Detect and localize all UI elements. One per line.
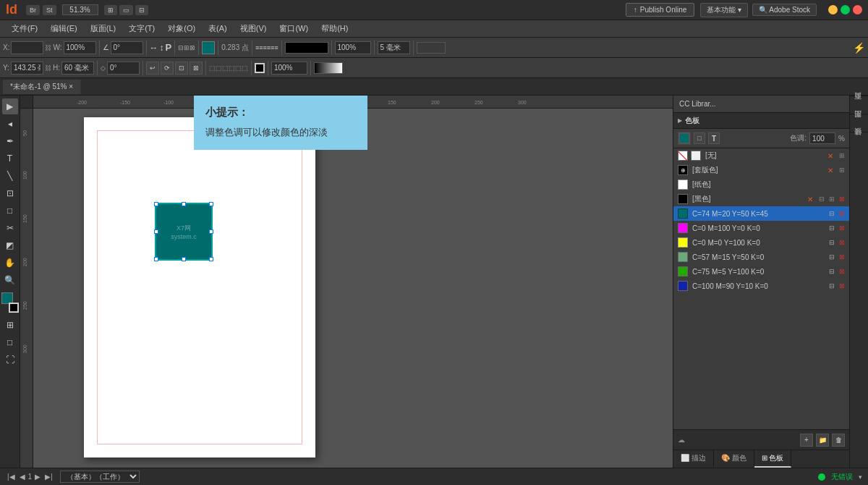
reg-grid-icon[interactable]: ⊞ — [839, 166, 845, 174]
swatch-row-magenta[interactable]: C=0 M=100 Y=0 K=0 ⊟ ⊠ — [673, 221, 849, 235]
zoom-tool[interactable]: 🔍 — [2, 272, 18, 288]
none-grid-icon[interactable]: ⊞ — [839, 152, 845, 159]
view-mode-3[interactable]: ⊟ — [135, 5, 148, 15]
menu-view[interactable]: 视图(V) — [234, 22, 273, 35]
yellow-grid2[interactable]: ⊠ — [839, 239, 845, 246]
selection-tool[interactable]: ▶ — [2, 98, 18, 114]
swatch-tab[interactable]: ⊞ 色板 — [754, 450, 792, 468]
menu-window[interactable]: 窗口(W) — [273, 22, 314, 35]
magenta-grid1[interactable]: ⊟ — [829, 224, 835, 232]
fit-btn[interactable]: ⊡ — [175, 62, 188, 75]
preview-mode-btn[interactable]: ⊞ — [2, 317, 18, 333]
lightning-button[interactable]: ⚡ — [853, 42, 865, 54]
swatch-row-registration[interactable]: ⊕ [套版色] ✕ ⊞ — [673, 163, 849, 177]
swatch-row-darkblue[interactable]: C=100 M=90 Y=10 K=0 ⊟ ⊠ — [673, 279, 849, 293]
next-page-btn[interactable]: ▶ — [33, 473, 42, 481]
tint-input[interactable] — [809, 132, 835, 144]
opacity-input[interactable] — [335, 41, 371, 54]
workspace-mode-select[interactable]: （基本）（工作） — [60, 471, 140, 483]
opacity2-input[interactable] — [271, 62, 307, 75]
publish-online-button[interactable]: ↑ Publish Online — [626, 3, 694, 17]
teal-grid1[interactable]: ⊟ — [829, 210, 835, 217]
first-page-btn[interactable]: |◀ — [6, 473, 17, 481]
teal-grid2[interactable]: ⊠ — [839, 210, 845, 217]
last-page-btn[interactable]: ▶| — [43, 473, 54, 481]
workspace-selector[interactable]: 基本功能 ▾ — [700, 3, 748, 17]
black-grid2[interactable]: ⊞ — [829, 195, 835, 203]
handle-top-left[interactable] — [154, 202, 158, 206]
swatch-row-black[interactable]: [黑色] ✕ ⊟ ⊞ ⊠ — [673, 192, 849, 206]
swatch-mode-none[interactable]: □ — [694, 132, 705, 144]
swatch-row-paper[interactable]: [纸色] — [673, 177, 849, 192]
swatch-row-teal[interactable]: C=74 M=20 Y=50 K=45 ⊟ ⊠ — [673, 206, 849, 221]
darkblue-grid2[interactable]: ⊠ — [839, 282, 845, 290]
pen-tool[interactable]: ✒ — [2, 133, 18, 149]
handle-middle-right[interactable] — [209, 229, 213, 234]
swatch-row-mint[interactable]: C=57 M=15 Y=50 K=0 ⊟ ⊠ — [673, 250, 849, 264]
relink2-btn[interactable]: ⟳ — [161, 62, 174, 75]
black-grid3[interactable]: ⊠ — [839, 195, 845, 203]
canvas-area[interactable]: -200 -150 -100 -50 0 50 100 150 200 250 … — [20, 96, 673, 468]
scissors-tool[interactable]: ✂ — [2, 220, 18, 236]
menu-layout[interactable]: 版面(L) — [85, 22, 122, 35]
mint-grid2[interactable]: ⊠ — [839, 253, 845, 261]
snap-input[interactable] — [378, 41, 410, 54]
view-mode-1[interactable]: ⊞ — [104, 5, 117, 15]
prev-page-btn[interactable]: ◀ — [18, 473, 27, 481]
swatch-row-green[interactable]: C=75 M=5 Y=100 K=0 ⊟ ⊠ — [673, 264, 849, 279]
close-button[interactable] — [853, 5, 862, 14]
document-tab[interactable]: *未命名-1 @ 51% × — [3, 80, 81, 94]
green-grid1[interactable]: ⊟ — [829, 268, 835, 275]
h-input[interactable] — [61, 62, 94, 75]
layers-tab[interactable]: 图层 — [850, 114, 868, 132]
direct-selection-tool[interactable]: ◂ — [2, 116, 18, 132]
view-mode-2[interactable]: ▭ — [119, 5, 133, 15]
handle-middle-left[interactable] — [154, 229, 158, 234]
gradient-tool[interactable]: ◩ — [2, 237, 18, 253]
stroke-indicator[interactable] — [9, 303, 19, 313]
chain-icon[interactable]: ⛓ — [45, 44, 51, 51]
line-tool[interactable]: ╲ — [2, 168, 18, 184]
normal-mode-btn[interactable]: □ — [2, 334, 18, 350]
menu-table[interactable]: 表(A) — [203, 22, 233, 35]
color-panel-header[interactable]: ▶ 色板 — [673, 113, 849, 129]
w-input[interactable] — [64, 41, 96, 54]
shear-input[interactable] — [107, 62, 140, 75]
error-dropdown-btn[interactable]: ▾ — [859, 473, 862, 481]
yellow-grid1[interactable]: ⊟ — [829, 239, 835, 246]
x-input[interactable] — [11, 41, 43, 54]
rotate-input[interactable] — [111, 41, 143, 54]
relink-btn[interactable]: ↩ — [146, 62, 159, 75]
folder-swatch-btn[interactable]: 📁 — [816, 434, 829, 447]
stroke-tab[interactable]: ⬜ 描边 — [673, 450, 714, 468]
stock-btn[interactable]: St — [43, 5, 56, 15]
zoom-input[interactable] — [62, 4, 98, 15]
y-input[interactable] — [11, 62, 43, 75]
rect-tool[interactable]: □ — [2, 203, 18, 219]
color-tab[interactable]: 🎨 颜色 — [714, 450, 754, 468]
swatch-mode-text[interactable]: T — [708, 132, 720, 144]
minimize-button[interactable] — [828, 5, 838, 14]
handle-top-right[interactable] — [209, 202, 213, 206]
cc-libraries-tab[interactable]: CC Librar... — [673, 96, 849, 113]
handle-bottom-right[interactable] — [209, 257, 213, 261]
black-grid1[interactable]: ⊟ — [819, 195, 825, 203]
swatch-row-none[interactable]: [无] ✕ ⊞ — [673, 148, 849, 163]
fill-color-preview[interactable] — [202, 41, 215, 54]
mint-grid1[interactable]: ⊟ — [829, 253, 835, 261]
hand-tool[interactable]: ✋ — [2, 255, 18, 271]
handle-bottom-left[interactable] — [154, 257, 158, 261]
handle-bottom-middle[interactable] — [182, 257, 186, 261]
menu-file[interactable]: 文件(F) — [6, 22, 43, 35]
swatch-thumbnail[interactable] — [678, 132, 691, 145]
menu-object[interactable]: 对象(O) — [162, 22, 201, 35]
rect-frame-tool[interactable]: ⊡ — [2, 185, 18, 201]
text-tool[interactable]: T — [2, 151, 18, 166]
green-grid2[interactable]: ⊠ — [839, 268, 845, 275]
links-tab[interactable]: 链接 — [850, 132, 868, 150]
delete-swatch-btn[interactable]: 🗑 — [832, 434, 845, 447]
menu-help[interactable]: 帮助(H) — [315, 22, 354, 35]
magenta-grid2[interactable]: ⊠ — [839, 224, 845, 232]
fit2-btn[interactable]: ⊠ — [190, 62, 203, 75]
add-swatch-btn[interactable]: + — [800, 434, 813, 447]
